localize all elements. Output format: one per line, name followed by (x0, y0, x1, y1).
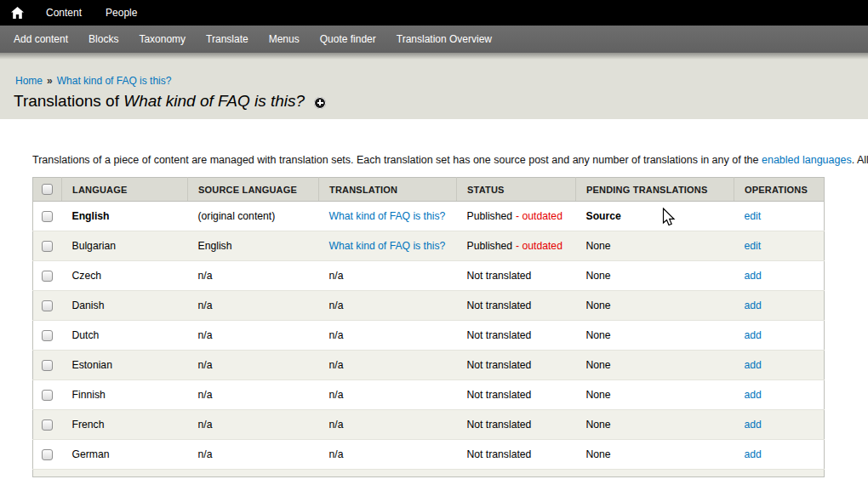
admin-menu-content[interactable]: Content (34, 0, 94, 26)
shortcut-add-content[interactable]: Add content (0, 26, 78, 53)
row-checkbox[interactable] (42, 390, 53, 401)
partial-cell (33, 470, 62, 477)
language-cell: Finnish (62, 380, 188, 410)
row-checkbox[interactable] (42, 211, 53, 222)
status-cell: Not translated (457, 351, 576, 380)
translation-link[interactable]: What kind of FAQ is this? (329, 240, 446, 252)
status-text: Published (467, 210, 513, 222)
intro-before: Translations of a piece of content are m… (32, 154, 762, 166)
partial-cell (576, 470, 734, 477)
source-language-cell: n/a (188, 321, 319, 351)
status-cell: Not translated (457, 261, 576, 291)
status-cell: Not translated (457, 291, 576, 321)
table-header-row: LANGUAGE SOURCE LANGUAGE TRANSLATION STA… (33, 178, 825, 202)
pending-translations-cell: None (576, 291, 734, 321)
add-link[interactable]: add (745, 389, 762, 401)
row-checkbox[interactable] (42, 300, 53, 311)
enabled-languages-link[interactable]: enabled languages (762, 154, 852, 166)
column-header-source-language: SOURCE LANGUAGE (188, 178, 319, 202)
add-link[interactable]: add (745, 270, 762, 282)
edit-link[interactable]: edit (745, 210, 762, 222)
pending-translations-cell: None (576, 380, 734, 410)
row-checkbox-cell (33, 231, 62, 261)
shortcut-translation-overview[interactable]: Translation Overview (386, 26, 502, 53)
language-cell: Czech (62, 261, 188, 291)
language-cell: English (62, 202, 188, 231)
translation-cell: n/a (319, 440, 457, 470)
translation-cell: What kind of FAQ is this? (319, 231, 457, 261)
pending-translations-cell: None (576, 351, 734, 380)
status-text: Not translated (467, 389, 532, 401)
status-text: Not translated (467, 448, 532, 460)
row-checkbox-cell (33, 351, 62, 380)
table-row: BulgarianEnglishWhat kind of FAQ is this… (33, 231, 825, 261)
pending-translations-cell: None (576, 440, 734, 470)
language-cell: Danish (62, 291, 188, 321)
add-link[interactable]: add (745, 329, 762, 341)
translation-cell: n/a (319, 291, 457, 321)
translation-cell: n/a (319, 380, 457, 410)
status-text: Not translated (467, 270, 532, 282)
table-row: Danishn/an/aNot translatedNoneadd (33, 291, 825, 321)
admin-menu-people[interactable]: People (94, 0, 149, 26)
row-checkbox[interactable] (42, 330, 53, 341)
row-checkbox-cell (33, 410, 62, 440)
operations-cell: add (734, 440, 825, 470)
source-language-cell: n/a (188, 410, 319, 440)
shortcut-translate[interactable]: Translate (196, 26, 259, 53)
page-title-content-name: What kind of FAQ is this? (123, 92, 305, 111)
translations-table: LANGUAGE SOURCE LANGUAGE TRANSLATION STA… (32, 177, 825, 477)
row-checkbox[interactable] (42, 449, 53, 460)
status-cell: Not translated (457, 380, 576, 410)
source-language-cell: n/a (188, 380, 319, 410)
breadcrumb-home-link[interactable]: Home (15, 75, 43, 87)
shortcut-quote-finder[interactable]: Quote finder (310, 26, 386, 53)
row-checkbox-cell (33, 440, 62, 470)
translation-cell: What kind of FAQ is this? (319, 202, 457, 231)
row-checkbox[interactable] (42, 419, 53, 431)
row-checkbox-cell (33, 202, 62, 231)
shortcut-blocks[interactable]: Blocks (78, 26, 128, 53)
translation-cell: n/a (319, 410, 457, 440)
edit-link[interactable]: edit (745, 240, 762, 252)
status-text: Not translated (467, 300, 532, 311)
column-header-translation: TRANSLATION (319, 178, 457, 202)
status-cell: Not translated (457, 410, 576, 440)
language-cell: German (62, 440, 188, 470)
breadcrumb-current-link[interactable]: What kind of FAQ is this? (57, 75, 172, 87)
source-language-cell: n/a (188, 440, 319, 470)
add-link[interactable]: add (745, 300, 762, 311)
operations-cell: add (734, 410, 825, 440)
page-title-prefix: Translations of (14, 92, 119, 111)
breadcrumb-separator: » (47, 75, 53, 87)
add-link[interactable]: add (745, 448, 762, 460)
operations-cell: add (734, 291, 825, 321)
shortcut-menus[interactable]: Menus (259, 26, 310, 53)
row-checkbox[interactable] (42, 241, 53, 252)
table-row: Germann/an/aNot translatedNoneadd (33, 440, 825, 470)
row-checkbox[interactable] (42, 271, 53, 282)
shortcut-bar: Add content Blocks Taxonomy Translate Me… (0, 26, 868, 53)
row-checkbox-cell (33, 291, 62, 321)
table-row: Czechn/an/aNot translatedNoneadd (33, 261, 825, 291)
home-icon[interactable] (0, 7, 34, 19)
shortcut-taxonomy[interactable]: Taxonomy (128, 26, 196, 53)
page-title: Translations of What kind of FAQ is this… (14, 92, 326, 111)
status-cell: Published- outdated (457, 231, 576, 261)
translation-link[interactable]: What kind of FAQ is this? (329, 210, 446, 222)
add-translation-icon[interactable] (314, 97, 326, 109)
source-language-cell: n/a (188, 291, 319, 321)
row-checkbox[interactable] (42, 360, 53, 371)
add-link[interactable]: add (745, 359, 762, 371)
partial-cell (457, 470, 576, 477)
add-link[interactable]: add (745, 419, 762, 431)
language-cell: French (62, 410, 188, 440)
select-all-checkbox[interactable] (42, 184, 53, 195)
partial-cell (734, 470, 825, 477)
source-language-cell: n/a (188, 261, 319, 291)
status-cell: Not translated (457, 321, 576, 351)
status-text: Published (467, 240, 513, 252)
table-row: Estoniann/an/aNot translatedNoneadd (33, 351, 825, 380)
translation-cell: n/a (319, 351, 457, 380)
table-row: Finnishn/an/aNot translatedNoneadd (33, 380, 825, 410)
